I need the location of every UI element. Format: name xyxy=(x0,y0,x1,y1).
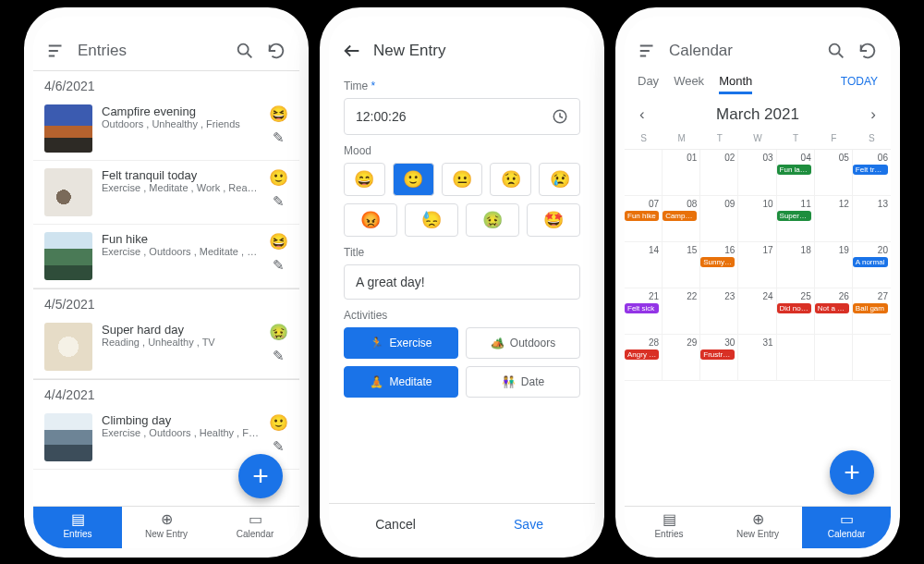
calendar-cell[interactable]: 22 xyxy=(663,288,700,335)
back-icon[interactable] xyxy=(342,41,362,61)
search-icon[interactable] xyxy=(826,41,846,61)
calendar-cell[interactable]: 17 xyxy=(738,242,776,288)
calendar-cell[interactable]: 18 xyxy=(777,242,815,288)
calendar-cell[interactable]: 31 xyxy=(738,335,776,381)
tab-entries[interactable]: ▤Entries xyxy=(625,507,713,548)
prev-month-icon[interactable]: ‹ xyxy=(639,105,645,124)
calendar-cell[interactable]: 14 xyxy=(625,242,663,288)
edit-icon[interactable]: ✎ xyxy=(273,348,285,364)
refresh-icon[interactable] xyxy=(266,41,286,61)
edit-icon[interactable]: ✎ xyxy=(273,257,285,274)
tab-new-entry[interactable]: ⊕New Entry xyxy=(122,507,211,548)
calendar-event[interactable]: Sunny da xyxy=(700,257,735,267)
refresh-icon[interactable] xyxy=(857,41,878,61)
entry-row[interactable]: Felt tranquil todayExercise , Meditate ,… xyxy=(33,161,299,225)
tab-calendar[interactable]: ▭Calendar xyxy=(211,507,299,548)
calendar-event[interactable]: Frustratin xyxy=(700,349,735,360)
calendar-event[interactable]: Super ha xyxy=(777,211,811,221)
activity-option[interactable]: 🏃Exercise xyxy=(344,327,458,359)
calendar-cell[interactable]: 10 xyxy=(738,196,776,242)
calendar-cell[interactable]: 29 xyxy=(663,335,700,381)
save-button[interactable]: Save xyxy=(462,504,595,548)
calendar-cell[interactable]: 25Did not s xyxy=(777,288,815,335)
calendar-event[interactable]: Ball gam xyxy=(853,303,888,313)
tab-new-entry[interactable]: ⊕New Entry xyxy=(713,507,802,548)
calendar-cell[interactable]: 07Fun hike xyxy=(625,196,663,242)
calendar-event[interactable]: Fun hike xyxy=(625,211,659,221)
calendar-cell[interactable]: 21Felt sick xyxy=(625,288,663,335)
calendar-event[interactable]: A normal xyxy=(853,257,888,267)
edit-icon[interactable]: ✎ xyxy=(273,193,285,210)
activity-option[interactable]: 🏕️Outdoors xyxy=(466,327,580,359)
calendar-cell[interactable]: 28Angry tod xyxy=(625,335,663,381)
tab-day[interactable]: Day xyxy=(638,74,659,88)
calendar-event[interactable]: Fun late n xyxy=(777,165,811,175)
calendar-event[interactable]: Felt sick xyxy=(625,303,659,313)
calendar-cell[interactable] xyxy=(777,335,815,381)
calendar-cell[interactable] xyxy=(853,335,891,381)
calendar-cell[interactable]: 16Sunny da xyxy=(700,242,738,288)
tab-month[interactable]: Month xyxy=(719,74,752,94)
calendar-cell[interactable] xyxy=(625,150,663,196)
search-icon[interactable] xyxy=(235,41,255,61)
tab-calendar[interactable]: ▭Calendar xyxy=(802,507,891,548)
mood-option[interactable]: 😄 xyxy=(344,163,385,196)
calendar-cell[interactable]: 19 xyxy=(815,242,853,288)
calendar-event[interactable]: Campfire xyxy=(663,211,697,221)
calendar-view-tabs: Day Week Month TODAY xyxy=(625,70,891,94)
edit-icon[interactable]: ✎ xyxy=(273,129,285,146)
menu-icon[interactable] xyxy=(46,41,67,61)
next-month-icon[interactable]: › xyxy=(870,105,876,124)
day-number: 12 xyxy=(815,199,849,209)
title-field[interactable]: A great day! xyxy=(344,264,580,300)
mood-option[interactable]: 🤢 xyxy=(466,203,519,237)
entry-row[interactable]: Super hard dayReading , Unhealthy , TV🤢✎ xyxy=(33,315,299,379)
calendar-cell[interactable]: 03 xyxy=(738,150,776,196)
calendar-cell[interactable]: 12 xyxy=(815,196,853,242)
entry-row[interactable]: Fun hikeExercise , Outdoors , Meditate ,… xyxy=(33,225,299,288)
menu-icon[interactable] xyxy=(638,41,658,61)
calendar-cell[interactable]: 11Super ha xyxy=(777,196,815,242)
cancel-button[interactable]: Cancel xyxy=(329,504,462,548)
calendar-cell[interactable]: 05 xyxy=(815,150,853,196)
activity-option[interactable]: 🧘Meditate xyxy=(344,366,458,398)
calendar-cell[interactable]: 02 xyxy=(700,150,738,196)
calendar-cell[interactable]: 24 xyxy=(738,288,776,335)
calendar-cell[interactable]: 30Frustratin xyxy=(700,335,738,381)
calendar-cell[interactable]: 26Not a gre xyxy=(815,288,853,335)
day-number: 31 xyxy=(738,337,772,348)
calendar-event[interactable]: Did not s xyxy=(777,303,811,313)
calendar-cell[interactable] xyxy=(815,335,853,381)
calendar-cell[interactable]: 04Fun late n xyxy=(777,150,815,196)
activity-option[interactable]: 👫Date xyxy=(466,366,580,398)
calendar-cell[interactable]: 27Ball gam xyxy=(853,288,891,335)
entry-row[interactable]: Campfire eveningOutdoors , Unhealthy , F… xyxy=(33,97,299,161)
calendar-event[interactable]: Not a gre xyxy=(815,303,849,313)
mood-option[interactable]: 🙂 xyxy=(393,163,434,196)
calendar-event[interactable]: Angry tod xyxy=(625,349,659,360)
calendar-cell[interactable]: 23 xyxy=(700,288,738,335)
mood-option[interactable]: 🤩 xyxy=(527,203,580,237)
today-button[interactable]: TODAY xyxy=(841,75,878,88)
tab-label: Entries xyxy=(63,529,91,539)
mood-option[interactable]: 😟 xyxy=(490,163,531,196)
fab-add[interactable]: + xyxy=(238,454,283,498)
mood-option[interactable]: 😡 xyxy=(344,203,397,237)
tab-entries[interactable]: ▤Entries xyxy=(33,507,122,548)
mood-option[interactable]: 😐 xyxy=(442,163,483,196)
mood-option[interactable]: 😢 xyxy=(539,163,580,196)
tab-week[interactable]: Week xyxy=(674,74,704,88)
fab-add[interactable]: + xyxy=(830,450,874,495)
edit-icon[interactable]: ✎ xyxy=(273,438,285,455)
calendar-cell[interactable]: 08Campfire xyxy=(663,196,700,242)
calendar-cell[interactable]: 13 xyxy=(853,196,891,242)
calendar-event[interactable]: Felt tranq xyxy=(853,165,888,175)
mood-option[interactable]: 😓 xyxy=(405,203,458,237)
calendar-cell[interactable]: 06Felt tranq xyxy=(853,150,891,196)
entry-title: Super hard day xyxy=(102,323,260,337)
time-field[interactable]: 12:00:26 xyxy=(344,98,580,135)
calendar-cell[interactable]: 01 xyxy=(663,150,700,196)
calendar-cell[interactable]: 20A normal xyxy=(853,242,891,288)
calendar-cell[interactable]: 09 xyxy=(700,196,738,242)
calendar-cell[interactable]: 15 xyxy=(663,242,700,288)
